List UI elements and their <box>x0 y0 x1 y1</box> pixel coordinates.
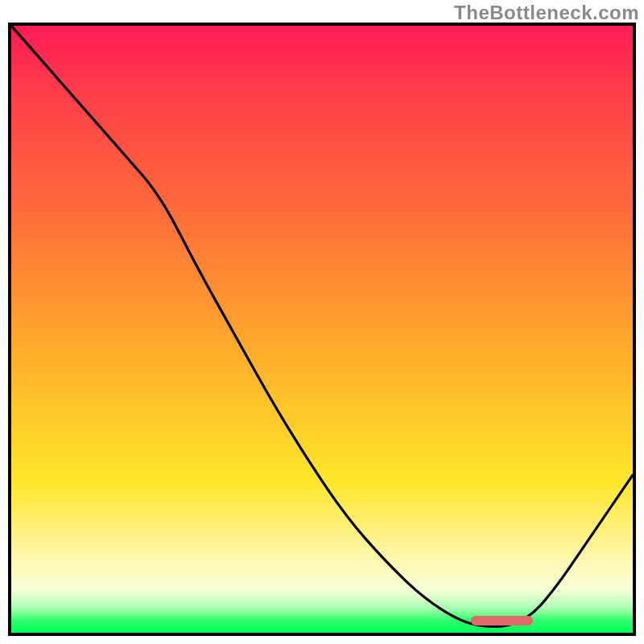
optimal-range-marker <box>471 616 533 625</box>
chart-container: TheBottleneck.com <box>0 0 644 644</box>
plot-frame <box>8 23 636 636</box>
bottleneck-curve <box>11 26 633 633</box>
watermark-text: TheBottleneck.com <box>454 2 639 24</box>
